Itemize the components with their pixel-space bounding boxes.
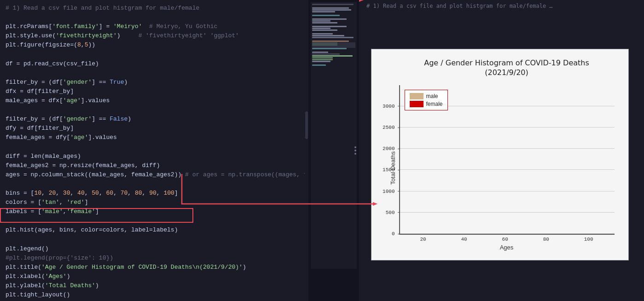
minimap-content [311, 2, 357, 68]
y-tick-1000: 1000 [383, 189, 400, 194]
chart-wrapper: Age / Gender Histogram of COVID-19 Death… [359, 12, 644, 301]
code-line-10: dfx = df[filter_by] [6, 87, 303, 96]
code-line-15: female_ages = dfy['age'].values [6, 133, 303, 142]
y-tick-0: 0 [392, 231, 400, 237]
code-line-23: labels = ['male','female'] [6, 207, 303, 216]
code-line-20 [6, 179, 303, 189]
legend-item-male: male [410, 93, 443, 99]
code-line-22: colors = ['tan', 'red'] [6, 198, 303, 207]
x-tick-60: 60 [502, 237, 508, 242]
code-line-13: filter_by = (df['gender'] == False) [6, 115, 303, 124]
code-line-32: plt.tight_layout() [6, 290, 303, 300]
output-header-text: # 1) Read a csv file and plot histgram f… [366, 3, 553, 9]
code-line-17: diff = len(male_ages) [6, 152, 303, 161]
x-tick-40: 40 [461, 237, 467, 242]
y-tick-2500: 2500 [383, 125, 400, 130]
legend-swatch-male [410, 93, 424, 99]
code-line-31: plt.ylabel('Total Deaths') [6, 281, 303, 290]
code-line-11: male_ages = dfx['age'].values [6, 96, 303, 105]
code-line-14: dfy = df[filter_by] [6, 124, 303, 133]
code-line-27: plt.legend() [6, 244, 303, 254]
code-line-1: # 1) Read a csv file and plot histgram f… [6, 4, 303, 13]
code-line-4: plt.style.use('fivethirtyeight') # 'five… [6, 31, 303, 41]
code-line-9: filter_by = (df['gender'] == True) [6, 78, 303, 87]
code-line-8 [6, 69, 303, 78]
x-axis-title: Ages [399, 244, 615, 251]
code-line-7: df = pd.read_csv(csv_file) [6, 59, 303, 69]
code-line-24 [6, 216, 303, 226]
y-tick-2000: 2000 [383, 146, 400, 151]
y-tick-3000: 3000 [383, 104, 400, 109]
output-header: # 1) Read a csv file and plot histgram f… [359, 0, 644, 12]
code-scrollbar[interactable] [305, 0, 308, 301]
dots-menu-button[interactable] [354, 146, 356, 155]
code-line-19: ages = np.column_stack((male_ages, femal… [6, 170, 303, 179]
code-line-21: bins = [10, 20, 30, 40, 50, 60, 70, 80, … [6, 189, 303, 198]
code-line-26 [6, 235, 303, 244]
x-tick-80: 80 [543, 237, 549, 242]
chart-plot-area: 0 500 1000 1500 2000 2500 3000 [399, 85, 615, 251]
code-line-6 [6, 50, 303, 59]
chart-title: Age / Gender Histogram of COVID-19 Death… [399, 58, 615, 78]
minimap [311, 2, 357, 269]
legend-label-female: female [426, 101, 443, 107]
chart-container: Age / Gender Histogram of COVID-19 Death… [371, 49, 629, 260]
middle-panel [308, 0, 359, 301]
code-panel: # 1) Read a csv file and plot histgram f… [0, 0, 308, 301]
code-line-3: plt.rcParams['font.family'] = 'Meiryo' #… [6, 22, 303, 31]
code-line-29: plt.title('Age / Gender Histogram of COV… [6, 263, 303, 272]
chart-grid: 0 500 1000 1500 2000 2500 3000 [399, 85, 615, 235]
x-axis-labels: 20 40 60 80 100 [399, 235, 615, 242]
code-line-28: #plt.legend(prop={'size': 10}) [6, 254, 303, 263]
code-line-30: plt.xlabel('Ages') [6, 272, 303, 281]
y-tick-500: 500 [386, 210, 400, 215]
code-line-12 [6, 105, 303, 115]
legend-label-male: male [426, 93, 438, 99]
y-tick-1500: 1500 [383, 167, 400, 173]
legend-swatch-female [410, 101, 424, 107]
code-line-16 [6, 143, 303, 152]
scrollbar-thumb[interactable] [305, 111, 308, 139]
chart-body: Total Deaths 0 500 1000 1500 2000 [399, 85, 615, 251]
code-line-18: female_ages2 = np.resize(female_ages, di… [6, 161, 303, 170]
code-line-5: plt.figure(figsize=(8,5)) [6, 41, 303, 50]
x-tick-20: 20 [420, 237, 426, 242]
x-tick-100: 100 [584, 237, 593, 242]
code-line-25: plt.hist(ages, bins, color=colors, label… [6, 226, 303, 235]
legend-item-female: female [410, 101, 443, 107]
output-panel: # 1) Read a csv file and plot histgram f… [359, 0, 644, 301]
chart-legend: male female [405, 90, 448, 110]
code-line-2 [6, 13, 303, 22]
